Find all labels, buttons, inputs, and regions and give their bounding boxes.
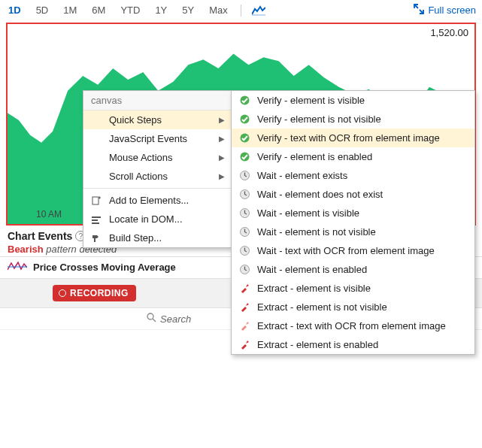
fullscreen-button[interactable]: Full screen — [414, 4, 476, 17]
svg-rect-20 — [92, 222, 99, 224]
pin-icon — [238, 301, 251, 313]
submenu-label: Verify - element is enabled — [257, 151, 468, 162]
signal-label: Bearish — [8, 244, 44, 255]
tab-1y[interactable]: 1Y — [153, 3, 169, 17]
submenu-item[interactable]: Extract - text with OCR from element ima… — [232, 316, 474, 335]
menu-header: canvas — [83, 91, 231, 110]
menu-item-locate-dom[interactable]: Locate in DOM... — [83, 210, 231, 229]
context-menu-overlay: canvas Quick Steps▶ JavaScript Events▶ M… — [83, 90, 475, 355]
menu-item-build-step[interactable]: Build Step... — [83, 229, 231, 247]
tab-6m[interactable]: 6M — [89, 3, 108, 17]
tab-max[interactable]: Max — [207, 3, 230, 17]
tab-ytd[interactable]: YTD — [118, 3, 142, 17]
svg-rect-10 — [62, 213, 65, 224]
tab-1m[interactable]: 1M — [61, 3, 79, 17]
check-icon — [238, 95, 251, 106]
submenu-label: Wait - element is not visible — [257, 226, 468, 238]
svg-rect-11 — [68, 208, 71, 224]
divider — [241, 5, 241, 17]
fullscreen-icon — [414, 4, 424, 17]
submenu-item[interactable]: Verify - element is not visible — [232, 110, 474, 129]
tab-1d[interactable]: 1D — [6, 3, 23, 17]
pin-icon — [238, 283, 251, 294]
svg-rect-0 — [252, 14, 265, 16]
menu-item-js-events[interactable]: JavaScript Events▶ — [83, 129, 231, 148]
menu-item-quick-steps[interactable]: Quick Steps▶ — [83, 110, 231, 129]
menu-item-mouse-actions[interactable]: Mouse Actions▶ — [83, 148, 231, 167]
svg-rect-3 — [20, 205, 23, 224]
check-icon — [238, 114, 251, 125]
mini-chart-icon — [8, 261, 27, 273]
submenu-label: Extract - text with OCR from element ima… — [257, 320, 468, 331]
submenu-item[interactable]: Wait - element is enabled — [232, 260, 474, 279]
svg-rect-5 — [32, 207, 35, 224]
submenu-item[interactable]: Extract - element is enabled — [232, 335, 474, 354]
submenu-label: Verify - text with OCR from element imag… — [257, 132, 468, 144]
check-icon — [238, 151, 251, 162]
submenu-item[interactable]: Wait - text with OCR from element image — [232, 241, 474, 260]
locate-icon — [89, 214, 103, 225]
menu-separator — [83, 188, 231, 189]
submenu-label: Verify - element is not visible — [257, 114, 468, 125]
submenu-item[interactable]: Extract - element is visible — [232, 279, 474, 298]
clock-icon — [238, 207, 251, 219]
submenu-item[interactable]: Wait - element exists — [232, 166, 474, 185]
xaxis-tick-label: 10 AM — [36, 209, 62, 219]
hammer-icon — [89, 233, 103, 244]
clock-icon — [238, 226, 251, 238]
add-icon — [89, 195, 103, 206]
chevron-right-icon: ▶ — [219, 116, 225, 124]
tab-5d[interactable]: 5D — [34, 3, 51, 17]
context-menu-primary: canvas Quick Steps▶ JavaScript Events▶ M… — [83, 90, 232, 248]
svg-rect-4 — [26, 210, 29, 224]
submenu-item[interactable]: Wait - element does not exist — [232, 185, 474, 204]
chart-events-title: Chart Events — [8, 230, 72, 242]
pin-icon — [238, 339, 251, 350]
menu-item-scroll-actions[interactable]: Scroll Actions▶ — [83, 167, 231, 186]
svg-rect-19 — [92, 219, 98, 221]
menu-item-add-elements[interactable]: Add to Elements... — [83, 191, 231, 210]
svg-rect-2 — [14, 209, 17, 224]
submenu-label: Wait - text with OCR from element image — [257, 245, 468, 256]
submenu-item[interactable]: Verify - text with OCR from element imag… — [232, 129, 474, 147]
submenu-label: Extract - element is visible — [257, 283, 468, 294]
record-icon — [59, 289, 66, 297]
timeframe-tabs: 1D 5D 1M 6M YTD 1Y 5Y Max Full screen — [0, 0, 482, 23]
fullscreen-label: Full screen — [428, 5, 476, 16]
submenu-item[interactable]: Wait - element is not visible — [232, 222, 474, 241]
context-menu-secondary: Verify - element is visibleVerify - elem… — [231, 90, 475, 355]
submenu-label: Wait - element does not exist — [257, 189, 468, 200]
submenu-label: Wait - element is visible — [257, 207, 468, 219]
check-icon — [238, 132, 251, 144]
submenu-item[interactable]: Extract - element is not visible — [232, 298, 474, 316]
submenu-label: Wait - element is enabled — [257, 264, 468, 275]
svg-rect-15 — [92, 197, 99, 204]
chevron-right-icon: ▶ — [219, 172, 225, 180]
submenu-item[interactable]: Verify - element is visible — [232, 91, 474, 110]
chart-type-icon[interactable] — [252, 5, 265, 16]
submenu-item[interactable]: Verify - element is enabled — [232, 147, 474, 166]
chevron-right-icon: ▶ — [219, 135, 225, 143]
clock-icon — [238, 264, 251, 275]
clock-icon — [238, 170, 251, 181]
svg-rect-18 — [92, 216, 101, 218]
submenu-label: Extract - element is not visible — [257, 301, 468, 313]
clock-icon — [238, 245, 251, 256]
submenu-label: Verify - element is visible — [257, 95, 468, 106]
submenu-label: Extract - element is enabled — [257, 339, 468, 350]
chart-top-price-label: 1,520.00 — [430, 27, 468, 38]
submenu-label: Wait - element exists — [257, 170, 468, 181]
pinr-icon — [238, 320, 251, 331]
chevron-right-icon: ▶ — [219, 153, 225, 162]
submenu-item[interactable]: Wait - element is visible — [232, 204, 474, 222]
svg-rect-1 — [8, 201, 11, 224]
tab-5y[interactable]: 5Y — [180, 3, 196, 17]
clock-icon — [238, 189, 251, 200]
